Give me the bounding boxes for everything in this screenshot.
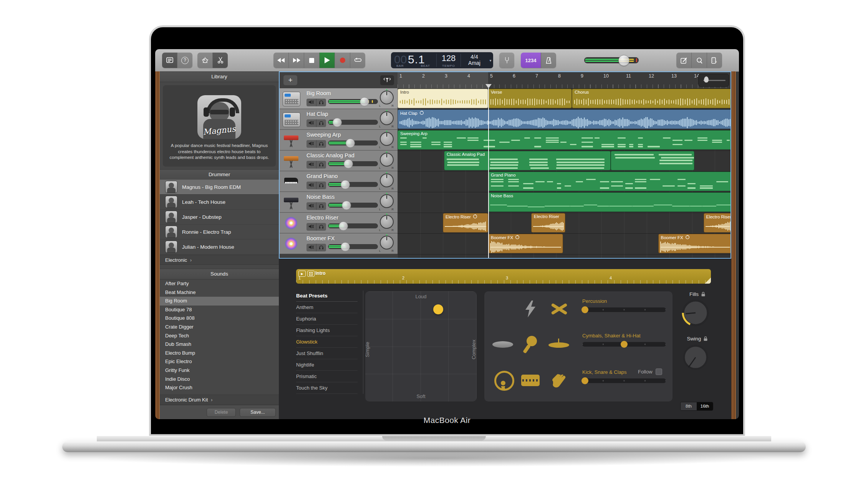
sidebar-item-sound[interactable]: Crate Digger: [160, 323, 279, 332]
track-volume-slider[interactable]: [328, 203, 378, 208]
kick-drum-icon[interactable]: [490, 368, 515, 393]
media-browser-button[interactable]: ♪: [707, 53, 722, 68]
track-filter-button[interactable]: [380, 75, 394, 85]
count-in-button[interactable]: 1234: [521, 53, 541, 68]
sidebar-item-drummer[interactable]: Leah - Tech House: [160, 195, 279, 210]
swing-knob[interactable]: [682, 344, 709, 370]
play-button[interactable]: [320, 53, 335, 68]
division-option-8th[interactable]: 8th: [681, 402, 697, 410]
region-electro-riser[interactable]: Electro Riser: [531, 213, 565, 233]
sidebar-item-sound[interactable]: Electro Bump: [160, 349, 279, 358]
mute-button[interactable]: [306, 161, 316, 169]
pan-knob[interactable]: [380, 91, 394, 104]
track-header-row[interactable]: Hat ClapLR: [280, 109, 398, 130]
pan-knob[interactable]: [380, 111, 394, 125]
solo-button[interactable]: [316, 99, 326, 106]
track-header-row[interactable]: Electro RiserLR: [280, 213, 398, 233]
rewind-button[interactable]: [273, 53, 289, 68]
mute-button[interactable]: [306, 244, 316, 251]
solo-button[interactable]: [316, 202, 326, 210]
kit-slider-thumb[interactable]: [621, 341, 628, 348]
beat-preset-item[interactable]: Prismatic: [296, 371, 358, 382]
track-volume-slider[interactable]: [328, 120, 378, 125]
track-volume-slider[interactable]: [328, 223, 378, 228]
sidebar-item-sound[interactable]: Indie Disco: [160, 375, 279, 384]
track-volume-slider[interactable]: [328, 140, 378, 145]
shaker-maraca-icon[interactable]: [518, 332, 543, 357]
mute-button[interactable]: [306, 202, 316, 210]
track-volume-slider[interactable]: [328, 161, 378, 166]
track-volume-thumb[interactable]: [341, 180, 350, 189]
zoom-slider[interactable]: [698, 74, 729, 87]
beat-preset-item[interactable]: Glowstick: [296, 336, 358, 348]
track-volume-thumb[interactable]: [346, 139, 355, 148]
track-volume-thumb[interactable]: [339, 221, 348, 231]
sidebar-item-drummer[interactable]: Jasper - Dubstep: [160, 210, 279, 225]
follow-checkbox[interactable]: [656, 368, 662, 375]
kit-slider[interactable]: [582, 307, 666, 312]
pan-knob[interactable]: [380, 194, 394, 208]
sidebar-item-drummer[interactable]: Magnus - Big Room EDM: [160, 180, 279, 195]
sidebar-item-sound[interactable]: Deep Tech: [160, 332, 279, 340]
fills-knob[interactable]: [682, 299, 709, 327]
region-electro-riser[interactable]: Electro Riser: [443, 213, 488, 233]
region-hat-clap[interactable]: Hat Clap: [398, 109, 731, 129]
sidebar-item-sound[interactable]: Boutique 78: [160, 306, 279, 314]
kit-slider-thumb[interactable]: [581, 377, 588, 384]
track-volume-slider[interactable]: [328, 244, 378, 249]
sidebar-item-sound[interactable]: After Party: [160, 279, 279, 288]
solo-button[interactable]: [316, 119, 326, 127]
track-volume-thumb[interactable]: [342, 201, 351, 210]
track-header-row[interactable]: Boomer FXLR: [280, 233, 398, 254]
beat-preset-item[interactable]: Euphoria: [296, 313, 358, 325]
tambourine-icon[interactable]: [490, 332, 515, 357]
stop-button[interactable]: [304, 53, 320, 68]
sidebar-item-sound[interactable]: Beat Machine: [160, 288, 279, 297]
mute-button[interactable]: [306, 99, 316, 106]
editor-follow-region-icon[interactable]: [307, 271, 315, 277]
solo-button[interactable]: [316, 223, 326, 231]
beat-preset-item[interactable]: Nightlife: [296, 359, 358, 371]
solo-button[interactable]: [316, 182, 326, 189]
genre-link-row[interactable]: Electronic›: [160, 255, 279, 265]
add-track-button[interactable]: +: [283, 75, 297, 85]
xy-pad[interactable]: Loud Soft Simple Complex: [365, 291, 477, 401]
region-verse[interactable]: Verse: [488, 89, 572, 108]
quick-help-button[interactable]: ?: [177, 53, 192, 68]
editor-region-bar[interactable]: ▶ Intro 1234: [296, 269, 711, 284]
smart-controls-button[interactable]: [197, 53, 213, 68]
cymbal-icon[interactable]: [547, 332, 571, 357]
track-header-row[interactable]: Classic Analog PadLR: [280, 150, 398, 171]
division-option-16th[interactable]: 16th: [697, 402, 713, 410]
pan-knob[interactable]: [380, 215, 394, 229]
region-boomer-fx[interactable]: Boomer FX: [488, 234, 563, 253]
sidebar-item-sound[interactable]: Epic Electro: [160, 357, 279, 366]
region-boomer-fx[interactable]: Boomer FX: [658, 234, 731, 253]
master-volume-thumb[interactable]: [618, 55, 629, 66]
sidebar-item-sound[interactable]: Gritty Funk: [160, 366, 279, 375]
percussion-lightning-icon[interactable]: [518, 297, 543, 321]
beat-preset-item[interactable]: Anthem: [296, 302, 358, 313]
playhead-handle[interactable]: [485, 84, 492, 88]
pan-knob[interactable]: [380, 236, 394, 249]
pan-knob[interactable]: [380, 173, 394, 187]
track-header-row[interactable]: Grand PianoLR: [280, 171, 398, 192]
bar-ruler[interactable]: 12345678910111213141516: [398, 72, 731, 89]
mute-button[interactable]: [306, 223, 316, 231]
clap-hand-icon[interactable]: [547, 368, 571, 393]
zoom-slider-handle[interactable]: [704, 76, 709, 83]
mute-button[interactable]: [306, 140, 316, 148]
region-noise-bass[interactable]: Noise Bass: [488, 192, 731, 212]
snare-drum-icon[interactable]: [518, 368, 543, 393]
sidebar-item-sound[interactable]: Big Room: [160, 297, 279, 306]
pan-knob[interactable]: [380, 132, 394, 146]
beat-preset-item[interactable]: Just Shufflin: [296, 348, 358, 359]
solo-button[interactable]: [316, 244, 326, 251]
kit-slider-thumb[interactable]: [581, 306, 588, 313]
loop-browser-button[interactable]: [692, 53, 707, 68]
kit-slider[interactable]: [582, 342, 666, 347]
lcd-display[interactable]: 00 5.1 BAR BEAT 128 TEMPO 4/4 Amaj: [391, 52, 493, 68]
editors-button[interactable]: [213, 53, 228, 68]
sidebar-item-sound[interactable]: Dub Smash: [160, 340, 279, 349]
solo-button[interactable]: [316, 161, 326, 169]
